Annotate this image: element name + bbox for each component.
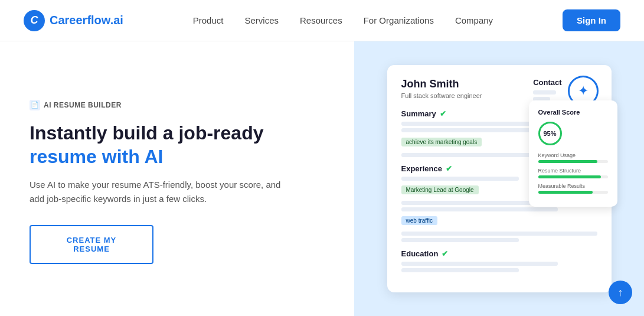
education-title: Education ✔ bbox=[401, 249, 597, 258]
headline-blue: resume with AI bbox=[30, 146, 163, 167]
nav: Product Services Resources For Organizat… bbox=[193, 15, 493, 25]
resume-name: John Smith bbox=[401, 78, 482, 90]
metric-results-label: Measurable Results bbox=[538, 183, 608, 189]
metric-structure: Resume Structure bbox=[538, 168, 608, 178]
metric-results-bar bbox=[538, 191, 593, 194]
score-suffix: % bbox=[551, 130, 557, 137]
create-resume-button[interactable]: CREATE MY RESUME bbox=[30, 225, 153, 264]
line bbox=[401, 238, 519, 242]
badge: 📄 AI RESUME BUILDER bbox=[30, 100, 325, 110]
metric-keyword-label: Keyword Usage bbox=[538, 152, 608, 158]
metric-structure-bar bbox=[538, 175, 601, 178]
nav-for-organizations[interactable]: For Organizations bbox=[364, 15, 434, 25]
keyword-tag-3: web traffic bbox=[401, 216, 437, 225]
headline-part1: Instantly build a job-ready bbox=[30, 122, 264, 144]
contact-label: Contact bbox=[533, 78, 561, 87]
logo-text: Careerflow.ai bbox=[50, 14, 123, 27]
main-content: 📄 AI RESUME BUILDER Instantly build a jo… bbox=[0, 41, 644, 316]
education-label: Education bbox=[401, 249, 439, 258]
contact-lines bbox=[533, 90, 561, 101]
line bbox=[401, 268, 519, 272]
education-section: Education ✔ bbox=[401, 249, 597, 272]
education-check-icon: ✔ bbox=[442, 249, 448, 258]
headline: Instantly build a job-ready resume with … bbox=[30, 121, 325, 168]
metric-keyword: Keyword Usage bbox=[538, 152, 608, 163]
score-circle: 95% bbox=[538, 122, 562, 145]
metric-results: Measurable Results bbox=[538, 183, 608, 194]
experience-check-icon: ✔ bbox=[446, 164, 452, 173]
sparkle-icon: ✦ bbox=[578, 83, 589, 99]
line bbox=[401, 177, 519, 181]
score-title: Overall Score bbox=[538, 109, 608, 116]
summary-label: Summary bbox=[401, 109, 436, 118]
logo-icon: C bbox=[24, 10, 45, 31]
keyword-tag-1: achieve its marketing goals bbox=[401, 138, 482, 146]
score-panel: Overall Score 95% Keyword Usage Resume S… bbox=[529, 100, 617, 207]
metric-structure-bar-bg bbox=[538, 175, 608, 178]
exp-lines-3 bbox=[401, 232, 597, 242]
nav-product[interactable]: Product bbox=[193, 15, 224, 25]
score-circle-wrap: 95% bbox=[538, 122, 608, 145]
nav-company[interactable]: Company bbox=[455, 15, 493, 25]
contact-section: Contact bbox=[533, 78, 561, 101]
metric-keyword-bar-bg bbox=[538, 160, 608, 163]
metric-results-bar-bg bbox=[538, 191, 608, 194]
edu-lines bbox=[401, 262, 597, 272]
badge-icon: 📄 bbox=[30, 100, 40, 110]
header: C Careerflow.ai Product Services Resourc… bbox=[0, 0, 644, 41]
metric-keyword-bar bbox=[538, 160, 597, 163]
resume-job-title: Full stack software engineer bbox=[401, 92, 482, 99]
badge-text: AI RESUME BUILDER bbox=[44, 101, 122, 109]
line bbox=[401, 207, 558, 211]
summary-check-icon: ✔ bbox=[440, 109, 446, 118]
sign-in-button[interactable]: Sign In bbox=[563, 9, 620, 31]
scroll-to-top-button[interactable]: ↑ bbox=[609, 281, 632, 304]
resume-card: John Smith Full stack software engineer … bbox=[387, 65, 612, 292]
hero-panel: 📄 AI RESUME BUILDER Instantly build a jo… bbox=[0, 41, 354, 316]
line bbox=[401, 232, 597, 236]
score-value: 95 bbox=[544, 130, 551, 137]
experience-label: Experience bbox=[401, 164, 442, 173]
hero-subtext: Use AI to make your resume ATS-friendly,… bbox=[30, 178, 283, 206]
nav-services[interactable]: Services bbox=[244, 15, 279, 25]
nav-resources[interactable]: Resources bbox=[300, 15, 342, 25]
preview-panel: John Smith Full stack software engineer … bbox=[354, 41, 644, 316]
logo[interactable]: C Careerflow.ai bbox=[24, 10, 123, 31]
keyword-tag-2: Marketing Lead at Google bbox=[401, 185, 479, 194]
resume-identity: John Smith Full stack software engineer bbox=[401, 78, 482, 99]
metric-structure-label: Resume Structure bbox=[538, 168, 608, 174]
line bbox=[533, 90, 556, 95]
line bbox=[401, 262, 558, 266]
